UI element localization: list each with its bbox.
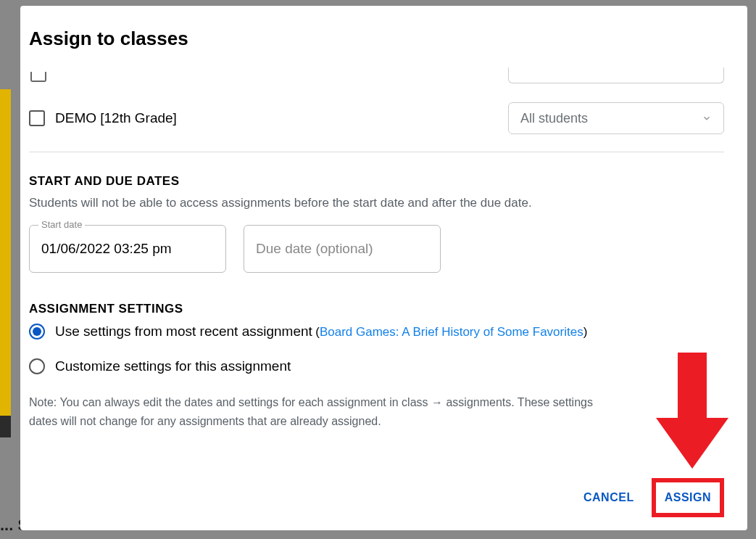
class-left: DEMO [12th Grade]: [29, 110, 177, 126]
radio-recent-suffix: (Board Games: A Brief History of Some Fa…: [315, 325, 587, 339]
note-line2: dates will not change for any assignment…: [29, 415, 381, 427]
radio-recent-label: Use settings from most recent assignment: [55, 324, 312, 339]
modal-footer: CANCEL ASSIGN: [569, 478, 724, 517]
class-label: DEMO [12th Grade]: [55, 110, 177, 126]
radio-use-recent[interactable]: [29, 324, 45, 340]
start-date-value: 01/06/2022 03:25 pm: [41, 241, 172, 257]
assign-highlight-box: ASSIGN: [652, 478, 724, 517]
note-prefix: Note: You can always edit the dates and …: [29, 396, 431, 408]
modal-title: Assign to classes: [29, 28, 724, 50]
arrow-right-icon: →: [431, 396, 443, 408]
class-checkbox-partial[interactable]: [30, 72, 46, 82]
section-divider: [29, 152, 724, 152]
radio-customize-label: Customize settings for this assignment: [55, 358, 291, 374]
recent-assignment-link[interactable]: Board Games: A Brief History of Some Fav…: [320, 325, 583, 339]
chevron-down-icon: [702, 113, 712, 123]
students-select[interactable]: All students: [508, 102, 724, 134]
radio-customize[interactable]: [29, 358, 45, 374]
dates-heading: START AND DUE DATES: [29, 174, 724, 189]
assign-classes-modal: Assign to classes DEMO [12th Grade] All …: [20, 6, 747, 530]
modal-scroll-area: DEMO [12th Grade] All students START AND…: [29, 72, 724, 430]
background-decoration: [0, 416, 11, 437]
settings-heading: ASSIGNMENT SETTINGS: [29, 302, 724, 316]
class-checkbox[interactable]: [29, 110, 45, 126]
class-row: DEMO [12th Grade] All students: [29, 102, 724, 134]
background-decoration: [0, 89, 11, 416]
settings-note: Note: You can always edit the dates and …: [29, 393, 724, 430]
assign-button[interactable]: ASSIGN: [663, 487, 713, 509]
radio-row-customize: Customize settings for this assignment: [29, 358, 724, 374]
radio-row-recent: Use settings from most recent assignment…: [29, 324, 724, 340]
due-date-field[interactable]: Due date (optional): [244, 225, 441, 273]
start-date-label: Start date: [38, 219, 85, 230]
highlight-arrow-icon: [656, 353, 728, 476]
due-date-placeholder: Due date (optional): [256, 241, 373, 257]
cancel-button[interactable]: CANCEL: [569, 482, 649, 513]
select-partial-above[interactable]: [508, 67, 724, 83]
start-date-field[interactable]: Start date 01/06/2022 03:25 pm: [29, 225, 226, 273]
date-row: Start date 01/06/2022 03:25 pm Due date …: [29, 225, 724, 273]
note-mid: assignments. These settings: [443, 396, 593, 408]
students-select-label: All students: [520, 111, 588, 126]
dates-subtext: Students will not be able to access assi…: [29, 196, 724, 210]
